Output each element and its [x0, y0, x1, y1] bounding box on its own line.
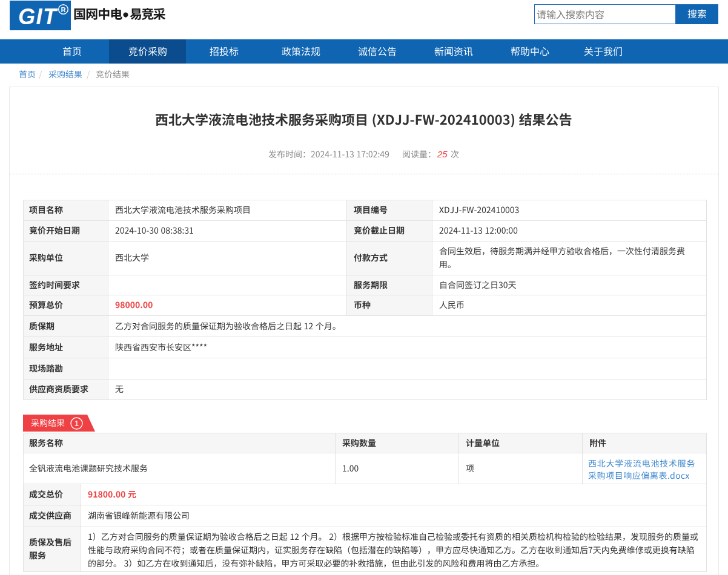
svg-text:R: R: [61, 6, 66, 13]
svg-text:1: 1: [74, 419, 79, 428]
svg-text:GIT: GIT: [18, 4, 58, 29]
